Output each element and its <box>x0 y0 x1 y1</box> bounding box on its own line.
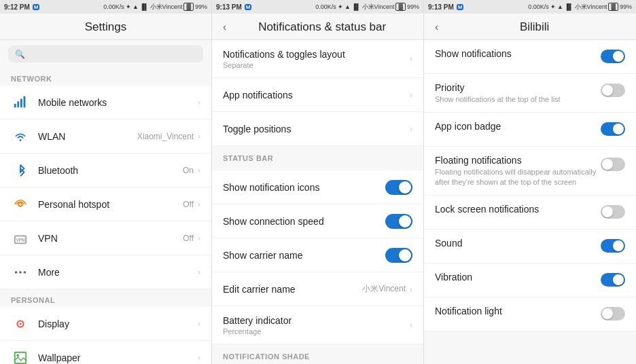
svg-text:VPN: VPN <box>16 237 26 242</box>
wifi-icon <box>11 127 30 146</box>
notifications-list: Notifications & toggles layout Separate … <box>212 40 423 364</box>
bilibili-show-notifications-item[interactable]: Show notifications <box>424 40 636 74</box>
notification-shade-label: NOTIFICATION SHADE <box>223 352 310 361</box>
status-bar-row: 9:12 PM M 0.00K/s ✦ ▲ ▐▌ 小米Vincent ▓ 99%… <box>0 0 636 14</box>
wlan-label: WLAN <box>38 131 137 142</box>
hotspot-chevron: › <box>198 200 200 209</box>
search-box[interactable]: 🔍 <box>8 46 203 62</box>
show-carrier-name-item[interactable]: Show carrier name <box>212 238 423 272</box>
bluetooth-label: Bluetooth <box>38 165 183 176</box>
bilibili-app-icon-badge-item[interactable]: App icon badge <box>424 113 636 147</box>
hotspot-icon <box>11 195 30 214</box>
bilibili-show-notifications-toggle[interactable] <box>601 50 625 63</box>
battery-icon-3: ▓ <box>608 3 618 11</box>
mobile-networks-item[interactable]: Mobile networks › <box>0 86 211 120</box>
bilibili-vibration-item[interactable]: Vibration <box>424 263 636 297</box>
wallpaper-chevron: › <box>198 353 200 363</box>
show-notification-icons-toggle[interactable] <box>385 180 412 195</box>
toggle-positions-item[interactable]: Toggle positions › <box>212 112 423 146</box>
bilibili-notification-light-toggle[interactable] <box>601 307 625 321</box>
bilibili-floating-notifications-toggle[interactable] <box>601 158 625 171</box>
show-carrier-name-toggle[interactable] <box>385 248 412 263</box>
panels-container: Settings 🔍 NETWORK Mobile networks <box>0 14 636 364</box>
display-label: Display <box>38 318 198 329</box>
app-notifications-label: App notifications <box>223 90 410 101</box>
bilibili-priority-item[interactable]: Priority Show notifications at the top o… <box>424 74 636 113</box>
vpn-label: VPN <box>38 233 183 244</box>
battery-pct-2: 99% <box>407 3 419 10</box>
time-3: 9:13 PM <box>428 3 454 11</box>
signal-icon <box>11 93 30 112</box>
toggles-layout-item[interactable]: Notifications & toggles layout Separate … <box>212 40 423 78</box>
toggles-layout-label: Notifications & toggles layout <box>223 49 410 60</box>
bilibili-lock-screen-toggle[interactable] <box>601 205 625 219</box>
wallpaper-label: Wallpaper <box>38 352 198 363</box>
hotspot-item[interactable]: Personal hotspot Off › <box>0 187 211 221</box>
more-label: More <box>38 267 198 278</box>
settings-title: Settings <box>11 20 200 34</box>
notifications-header: ‹ Notifications & status bar <box>212 14 423 40</box>
svg-rect-2 <box>20 98 22 107</box>
bilibili-floating-notifications-item[interactable]: Floating notifications Floating notifica… <box>424 147 636 196</box>
wifi-icon-1: ▲ <box>132 3 139 10</box>
bilibili-floating-notifications-sub: Floating notifications will disappear au… <box>435 167 601 187</box>
bilibili-notification-light-item[interactable]: Notification light <box>424 297 636 331</box>
battery-pct-1: 99% <box>195 3 207 10</box>
battery-indicator-item[interactable]: Battery indicator Percentage › <box>212 306 423 344</box>
battery-indicator-chevron: › <box>410 321 412 330</box>
hotspot-value: Off <box>183 200 194 209</box>
svg-rect-13 <box>15 352 26 363</box>
show-notification-icons-label: Show notification icons <box>223 182 385 193</box>
svg-rect-3 <box>24 96 26 107</box>
signal-icon-1: ▐▌ <box>140 3 149 10</box>
bilibili-priority-toggle[interactable] <box>601 84 625 97</box>
wlan-item[interactable]: WLAN Xiaomi_Vincent › <box>0 120 211 153</box>
toggles-layout-chevron: › <box>410 54 412 64</box>
bilibili-app-icon-badge-toggle[interactable] <box>601 122 625 136</box>
battery-icon-2: ▓ <box>395 3 406 11</box>
notification-shade-section: NOTIFICATION SHADE <box>212 344 423 364</box>
bilibili-lock-screen-item[interactable]: Lock screen notifications <box>424 196 636 230</box>
show-connection-speed-label: Show connection speed <box>223 216 385 227</box>
show-carrier-name-label: Show carrier name <box>223 250 385 261</box>
wlan-value: Xiaomi_Vincent <box>137 132 194 141</box>
status-bar-3: 9:13 PM M 0.00K/s ✦ ▲ ▐▌ 小米Vincent ▓ 99% <box>424 0 636 14</box>
wifi-icon-3: ▲ <box>557 3 563 10</box>
personal-section-label: PERSONAL <box>0 289 211 307</box>
bluetooth-item[interactable]: Bluetooth On › <box>0 153 211 187</box>
vpn-item[interactable]: VPN VPN Off › <box>0 221 211 255</box>
signal-icon-2: ▐▌ <box>352 3 361 10</box>
toggles-layout-sub: Separate <box>223 61 410 69</box>
wlan-chevron: › <box>198 132 200 141</box>
more-icon <box>11 263 30 282</box>
show-notification-icons-item[interactable]: Show notification icons <box>212 170 423 204</box>
bilibili-sound-item[interactable]: Sound <box>424 230 636 263</box>
more-item[interactable]: More › <box>0 255 211 289</box>
panel-bilibili: ‹ Bilibili Show notifications Priority <box>424 14 636 364</box>
bilibili-header: ‹ Bilibili <box>424 14 636 40</box>
search-input[interactable] <box>29 49 196 59</box>
notifications-back-button[interactable]: ‹ <box>223 21 226 33</box>
speed-3: 0.00K/s <box>528 3 549 10</box>
bilibili-sound-toggle[interactable] <box>601 239 625 253</box>
svg-rect-0 <box>14 103 16 107</box>
display-icon <box>11 314 30 333</box>
show-connection-speed-toggle[interactable] <box>385 214 412 229</box>
bilibili-back-button[interactable]: ‹ <box>435 21 438 33</box>
app-notifications-item[interactable]: App notifications › <box>212 78 423 112</box>
app-notifications-chevron: › <box>410 90 412 100</box>
miui-badge-1: M <box>33 4 40 10</box>
settings-header: Settings <box>0 14 211 40</box>
user-1: 小米Vincent <box>150 3 183 12</box>
vpn-value: Off <box>183 234 194 243</box>
bilibili-vibration-toggle[interactable] <box>601 273 625 287</box>
notifications-title: Notifications & status bar <box>232 20 412 34</box>
wallpaper-icon <box>11 348 30 365</box>
toggle-positions-chevron: › <box>410 124 412 134</box>
wifi-icon-2: ▲ <box>344 3 351 10</box>
edit-carrier-name-item[interactable]: Edit carrier name 小米Vincent › <box>212 272 423 306</box>
display-item[interactable]: Display › <box>0 307 211 341</box>
wallpaper-item[interactable]: Wallpaper › <box>0 341 211 364</box>
miui-badge-2: M <box>245 4 252 10</box>
show-connection-speed-item[interactable]: Show connection speed <box>212 204 423 238</box>
